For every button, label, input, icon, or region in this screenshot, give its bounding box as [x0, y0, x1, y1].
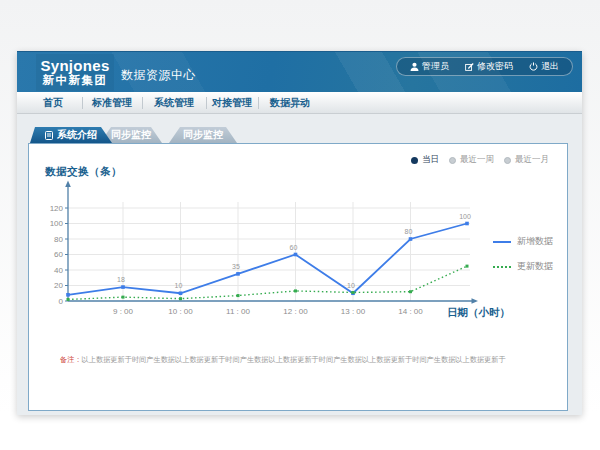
logout-label: 退出 [541, 60, 559, 73]
app-window: Synjones 新中新集团 数据资源中心 管理员 修改密码 退出 首页 标准管… [17, 51, 582, 415]
logo-text-cn: 新中新集团 [43, 74, 108, 87]
svg-text:80: 80 [405, 228, 413, 235]
svg-text:35: 35 [232, 263, 240, 270]
nav-item-data-change[interactable]: 数据异动 [258, 92, 322, 113]
svg-text:20: 20 [54, 281, 63, 290]
current-user[interactable]: 管理员 [402, 60, 457, 73]
filter-last-month[interactable]: 最近一月 [504, 154, 549, 166]
nav-item-standard-mgmt[interactable]: 标准管理 [82, 92, 142, 113]
solid-line-swatch [493, 241, 511, 243]
svg-text:60: 60 [290, 244, 298, 251]
edit-icon [465, 62, 474, 71]
svg-text:10: 10 [175, 282, 183, 289]
chart-y-axis-title: 数据交换（条） [45, 165, 122, 179]
chart-legend: 新增数据 更新数据 [493, 235, 553, 273]
filter-today[interactable]: 当日 [411, 154, 439, 166]
svg-text:0: 0 [59, 297, 64, 306]
nav-item-system-mgmt[interactable]: 系统管理 [142, 92, 206, 113]
tab-sync-monitor-2[interactable]: 同步监控 [169, 127, 237, 143]
footnote: 备注：以上数据更新于时间产生数据以上数据更新于时间产生数据以上数据更新于时间产生… [60, 355, 506, 365]
radio-unselected-icon [504, 157, 511, 164]
user-toolbar: 管理员 修改密码 退出 [396, 57, 573, 76]
tab-label: 同步监控 [111, 127, 151, 143]
svg-text:10 : 00: 10 : 00 [168, 307, 193, 316]
legend-item-new-data: 新增数据 [493, 235, 553, 248]
logo: Synjones 新中新集团 [36, 54, 114, 91]
logo-text-en: Synjones [40, 58, 109, 74]
exchange-line-chart: 0204060801001209 : 0010 : 0011 : 0012 : … [50, 178, 490, 328]
range-filter-group: 当日 最近一周 最近一月 [411, 154, 549, 166]
svg-text:14 : 00: 14 : 00 [398, 307, 423, 316]
filter-label: 当日 [422, 154, 439, 166]
footnote-text: 以上数据更新于时间产生数据以上数据更新于时间产生数据以上数据更新于时间产生数据以… [82, 355, 506, 364]
filter-last-week[interactable]: 最近一周 [449, 154, 494, 166]
user-icon [410, 62, 419, 71]
svg-text:18: 18 [117, 276, 125, 283]
nav-item-home[interactable]: 首页 [24, 92, 82, 113]
svg-text:13 : 00: 13 : 00 [341, 307, 366, 316]
radio-selected-icon [411, 157, 418, 164]
power-icon [529, 62, 538, 71]
radio-unselected-icon [449, 157, 456, 164]
filter-label: 最近一月 [515, 154, 549, 166]
legend-label: 新增数据 [517, 235, 553, 248]
svg-text:40: 40 [54, 266, 63, 275]
legend-item-update-data: 更新数据 [493, 260, 553, 273]
footnote-prefix: 备注： [60, 355, 82, 364]
main-nav: 首页 标准管理 系统管理 对接管理 数据异动 [17, 92, 582, 114]
svg-text:120: 120 [50, 204, 64, 213]
chart-x-axis-title: 日期（小时） [447, 306, 510, 320]
svg-text:9 : 00: 9 : 00 [113, 307, 134, 316]
svg-text:100: 100 [459, 213, 471, 220]
tab-bar: 系统介绍 同步监控 同步监控 [17, 127, 582, 143]
dotted-line-swatch [493, 266, 511, 268]
tab-system-intro[interactable]: 系统介绍 [30, 127, 112, 143]
tab-label: 系统介绍 [57, 127, 97, 143]
filter-label: 最近一周 [460, 154, 494, 166]
app-header: Synjones 新中新集团 数据资源中心 管理员 修改密码 退出 [17, 51, 582, 92]
svg-text:10: 10 [347, 282, 355, 289]
tab-label: 同步监控 [183, 127, 223, 143]
svg-text:11 : 00: 11 : 00 [226, 307, 250, 316]
change-password-button[interactable]: 修改密码 [457, 60, 521, 73]
legend-label: 更新数据 [517, 260, 553, 273]
logout-button[interactable]: 退出 [521, 60, 567, 73]
svg-text:100: 100 [50, 219, 64, 228]
nav-item-connect-mgmt[interactable]: 对接管理 [206, 92, 258, 113]
app-title: 数据资源中心 [121, 67, 196, 84]
svg-text:80: 80 [54, 235, 63, 244]
svg-text:60: 60 [54, 250, 63, 259]
change-password-label: 修改密码 [477, 60, 513, 73]
current-user-label: 管理员 [422, 60, 449, 73]
svg-text:12 : 00: 12 : 00 [283, 307, 308, 316]
document-icon [45, 131, 53, 140]
